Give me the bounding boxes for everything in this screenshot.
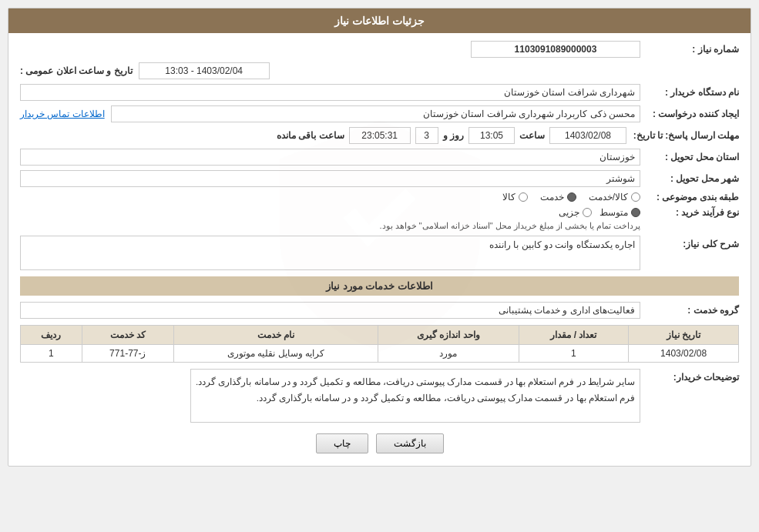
- farayand-motavaset-circle: [631, 208, 640, 217]
- tawzih-label: توضیحات خریدار:: [646, 369, 739, 383]
- tarighe-radio-group: کالا/خدمت خدمت کالا: [502, 192, 640, 202]
- ostan-value: خوزستان: [20, 149, 640, 166]
- sharh-row: شرح کلی نیاز: اجاره یکدستگاه وانت دو کاب…: [20, 236, 739, 270]
- nam-dastgah-label: نام دستگاه خریدار :: [646, 87, 739, 98]
- cell-kod-khadamat: ز-77-771: [82, 345, 173, 363]
- tarikh-ialan-value: 1403/02/04 - 13:03: [139, 62, 270, 79]
- services-table: تاریخ نیاز تعداد / مقدار واحد اندازه گیر…: [20, 325, 739, 363]
- grohe-khadamat-label: گروه خدمت :: [646, 305, 739, 316]
- grohe-khadamat-row: گروه خدمت : فعالیت‌های اداری و خدمات پشت…: [20, 302, 739, 319]
- ejad-konande-row: ایجاد کننده درخواست : محسن ذکی کاربردار …: [20, 105, 739, 122]
- farayand-label: نوع فرآیند خرید :: [646, 207, 739, 218]
- ejad-konande-label: ایجاد کننده درخواست :: [646, 109, 739, 119]
- shomare-niaz-row: شماره نیاز : 1103091089000003: [20, 41, 739, 58]
- shahr-label: شهر محل تحویل :: [646, 173, 739, 184]
- page-wrapper: جزئیات اطلاعات نیاز شماره نیاز : 1103091…: [0, 0, 759, 532]
- chap-button[interactable]: چاپ: [316, 433, 368, 453]
- tawzih-line1: سایر شرایط در فرم استعلام بها در قسمت مد…: [196, 374, 635, 390]
- shahr-row: شهر محل تحویل : شوشتر: [20, 170, 739, 187]
- farayand-jozii-item: جزیی: [559, 207, 592, 218]
- nam-dastgah-value: شهرداری شرافت استان خوزستان: [20, 84, 640, 101]
- radio-khadamat-circle: [567, 192, 576, 202]
- main-card: جزئیات اطلاعات نیاز شماره نیاز : 1103091…: [8, 8, 751, 467]
- farayand-radio-group: متوسط جزیی: [20, 207, 640, 218]
- farayand-jozii-label: جزیی: [559, 207, 579, 218]
- rooz-value: 3: [415, 127, 438, 144]
- services-table-section: تاریخ نیاز تعداد / مقدار واحد اندازه گیر…: [20, 325, 739, 363]
- ejad-konande-value: محسن ذکی کاربردار شهرداری شرافت استان خو…: [111, 105, 640, 122]
- col-tarikh-niaz: تاریخ نیاز: [629, 326, 739, 345]
- shomare-niaz-value: 1103091089000003: [471, 41, 640, 58]
- tarikh-ialan-row: 1403/02/04 - 13:03 تاریخ و ساعت اعلان عم…: [20, 62, 739, 79]
- col-vahed: واحد اندازه گیری: [378, 326, 519, 345]
- mohlat-label: مهلت ارسال پاسخ: تا تاریخ:: [631, 130, 739, 141]
- service-section-title: اطلاعات خدمات مورد نیاز: [20, 276, 739, 296]
- farayand-text: پرداخت تمام یا بخشی از مبلغ خریداز محل "…: [20, 221, 640, 231]
- col-radif: ردیف: [21, 326, 82, 345]
- col-tedad: تعداد / مقدار: [519, 326, 629, 345]
- mohlat-date: 1403/02/08: [549, 127, 626, 144]
- baghimande-value: 23:05:31: [349, 127, 411, 144]
- tawzih-value: سایر شرایط در فرم استعلام بها در قسمت مد…: [190, 369, 640, 423]
- tarighe-row: طبقه بندی موضوعی : کالا/خدمت خدمت کالا: [20, 192, 739, 202]
- saat-value: 13:05: [468, 127, 515, 144]
- tarighe-label: طبقه بندی موضوعی :: [646, 192, 739, 202]
- sharh-value: اجاره یکدستگاه وانت دو کابین با راننده: [20, 236, 640, 270]
- saat-label: ساعت: [519, 130, 545, 141]
- farayand-motavaset-label: متوسط: [599, 207, 628, 218]
- shomare-niaz-label: شماره نیاز :: [646, 44, 739, 55]
- cell-tedad: 1: [519, 345, 629, 363]
- tawzih-line2: فرم استعلام بها در قسمت مدارک پیوستی دری…: [196, 390, 635, 407]
- cell-radif: 1: [21, 345, 82, 363]
- table-row: 1403/02/08 1 مورد کرایه وسایل نقلیه موتو…: [21, 345, 739, 363]
- col-nam-khadamat: نام خدمت: [173, 326, 378, 345]
- col-kod-khadamat: کد خدمت: [82, 326, 173, 345]
- mohlat-row: مهلت ارسال پاسخ: تا تاریخ: 1403/02/08 سا…: [20, 127, 739, 144]
- grohe-khadamat-value: فعالیت‌های اداری و خدمات پشتیبانی: [20, 302, 640, 319]
- radio-khadamat-item: خدمت: [540, 192, 576, 202]
- buttons-row: بازگشت چاپ: [20, 433, 739, 453]
- ostan-row: استان محل تحویل : خوزستان: [20, 149, 739, 166]
- tawzih-row: توضیحات خریدار: سایر شرایط در فرم استعلا…: [20, 369, 739, 423]
- etelaat-link[interactable]: اطلاعات تماس خریدار: [20, 109, 105, 119]
- farayand-motavaset-item: متوسط: [599, 207, 640, 218]
- radio-khadamat-label: خدمت: [540, 192, 564, 202]
- cell-vahed: مورد: [378, 345, 519, 363]
- tarikh-ialan-label: تاریخ و ساعت اعلان عمومی :: [20, 65, 133, 76]
- sharh-label: شرح کلی نیاز:: [646, 236, 739, 249]
- radio-kala-khadamat-item: کالا/خدمت: [589, 192, 640, 202]
- radio-kala-circle: [519, 192, 528, 202]
- rooz-label: روز و: [443, 130, 464, 141]
- radio-kala-label: کالا: [502, 192, 516, 202]
- header-title: جزئیات اطلاعات نیاز: [334, 15, 425, 27]
- baghimande-label: ساعت باقی مانده: [277, 130, 344, 141]
- ostan-label: استان محل تحویل :: [646, 152, 739, 162]
- radio-kala-khadamat-circle: [631, 192, 640, 202]
- radio-kala-item: کالا: [502, 192, 528, 202]
- cell-nam-khadamat: کرایه وسایل نقلیه موتوری: [173, 345, 378, 363]
- shahr-value: شوشتر: [20, 170, 640, 187]
- farayand-jozii-circle: [583, 208, 592, 217]
- nam-dastgah-row: نام دستگاه خریدار : شهرداری شرافت استان …: [20, 84, 739, 101]
- card-body: شماره نیاز : 1103091089000003 1403/02/04…: [8, 33, 751, 466]
- farayand-row: نوع فرآیند خرید : متوسط جزیی پرداخت تمام…: [20, 207, 739, 231]
- radio-kala-khadamat-label: کالا/خدمت: [589, 192, 628, 202]
- cell-tarikh: 1403/02/08: [629, 345, 739, 363]
- bazgasht-button[interactable]: بازگشت: [376, 433, 444, 453]
- card-header: جزئیات اطلاعات نیاز: [8, 8, 751, 33]
